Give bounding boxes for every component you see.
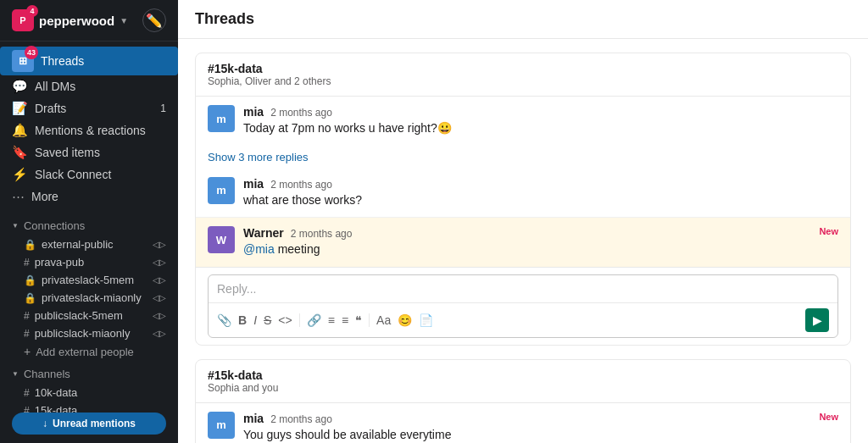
sidebar-item-drafts[interactable]: 📝 Drafts 1 <box>0 97 178 119</box>
workspace-chevron-icon: ▼ <box>120 16 128 25</box>
sidebar-item-slack-connect[interactable]: ⚡ Slack Connect <box>0 163 178 186</box>
ul-icon[interactable]: ≡ <box>342 313 348 327</box>
thread-group-2: #15k-data Sophia and you m mia 2 months … <box>195 359 851 443</box>
connections-triangle-icon: ▼ <box>12 222 19 230</box>
channel-name-15k: 15k-data <box>35 404 78 413</box>
channel-item-privateslack-5mem[interactable]: 🔒 privateslack-5mem ◁▷ <box>0 271 178 289</box>
sidebar-item-mentions[interactable]: 🔔 Mentions & reactions <box>0 119 178 141</box>
workspace-avatar[interactable]: P 4 <box>12 9 34 31</box>
hash-icon-15k: # <box>24 405 30 413</box>
thread-group-1-channel[interactable]: #15k-data <box>208 62 838 75</box>
thread-group-2-participants: Sophia and you <box>208 382 838 394</box>
all-dms-icon: 💬 <box>12 79 28 94</box>
msg-header-2: mia 2 months ago <box>243 177 838 191</box>
channel-arrows-publicslack-miaonly: ◁▷ <box>153 329 166 338</box>
channel-item-10k-data[interactable]: # 10k-data <box>0 384 178 401</box>
sidebar-scroll: ⊞ 43 Threads 💬 All DMs 📝 Drafts 1 🔔 Ment… <box>0 42 178 413</box>
main-header: Threads <box>178 0 868 39</box>
connections-section-label: Connections <box>24 219 85 232</box>
msg-header-3: Warner 2 months ago <box>243 226 838 240</box>
msg-text-4: You guys should be available everytime <box>243 427 838 443</box>
attach-icon[interactable]: 📎 <box>217 313 231 327</box>
channel-name-publicslack-5mem: publicslack-5mem <box>35 309 123 322</box>
compose-button[interactable]: ✏️ <box>142 8 166 32</box>
add-external-people[interactable]: + Add external people <box>0 342 178 361</box>
sidebar-item-all-dms[interactable]: 💬 All DMs <box>0 75 178 97</box>
sidebar-item-more[interactable]: ⋯ More <box>0 186 178 208</box>
channel-item-publicslack-5mem[interactable]: # publicslack-5mem ◁▷ <box>0 307 178 324</box>
msg-content-2: mia 2 months ago what are those works? <box>243 177 838 209</box>
channels-section-header[interactable]: ▼ Channels <box>0 361 178 384</box>
bold-icon[interactable]: B <box>238 313 247 327</box>
channel-name-prava-pub: prava-pub <box>35 256 85 269</box>
file-icon[interactable]: 📄 <box>419 313 433 327</box>
connections-section-header[interactable]: ▼ Connections <box>0 213 178 235</box>
hash-icon: # <box>24 257 30 269</box>
avatar-mia-3: m <box>208 412 235 439</box>
hash-icon-10k: # <box>24 387 30 399</box>
msg-text-3: @mia meeting <box>243 241 838 258</box>
workspace-name: pepperwood <box>39 14 114 28</box>
send-button-1[interactable]: ▶ <box>805 308 829 332</box>
more-icon: ⋯ <box>12 189 25 204</box>
channel-arrows-privateslack-5mem: ◁▷ <box>153 275 166 285</box>
msg-content-1: mia 2 months ago Today at 7pm no works u… <box>243 105 838 137</box>
code-icon[interactable]: <> <box>278 313 292 327</box>
blockquote-icon[interactable]: ❝ <box>355 313 362 327</box>
strikethrough-icon[interactable]: S <box>264 313 271 327</box>
new-label-2: New <box>819 412 838 422</box>
workspace-header-left: P 4 pepperwood ▼ <box>12 9 128 31</box>
thread-group-1-header: #15k-data Sophia, Oliver and 2 others <box>196 53 850 97</box>
unread-mentions-label: Unread mentions <box>53 418 136 429</box>
show-replies-1[interactable]: Show 3 more replies <box>196 146 850 169</box>
channel-item-15k-data[interactable]: # 15k-data <box>0 401 178 413</box>
msg-header-1: mia 2 months ago <box>243 105 838 119</box>
sidebar-item-mentions-label: Mentions & reactions <box>35 124 146 137</box>
sidebar-nav: ⊞ 43 Threads 💬 All DMs 📝 Drafts 1 🔔 Ment… <box>0 42 178 213</box>
ol-icon[interactable]: ≡ <box>328 313 335 327</box>
msg-time-2: 2 months ago <box>270 179 332 191</box>
mention-mia: @mia <box>243 242 275 256</box>
page-title: Threads <box>195 10 254 27</box>
add-icon: + <box>24 345 31 358</box>
link-icon[interactable]: 🔗 <box>307 313 321 327</box>
italic-icon[interactable]: I <box>253 313 257 327</box>
msg-time-3: 2 months ago <box>291 228 353 240</box>
channels-section-label: Channels <box>24 368 70 380</box>
channel-name-external-public: external-public <box>42 238 114 251</box>
sidebar-item-saved[interactable]: 🔖 Saved items <box>0 141 178 163</box>
sidebar-item-slack-connect-label: Slack Connect <box>35 168 111 181</box>
reply-box-1: Reply... 📎 B I S <> 🔗 ≡ ≡ ❝ Aa <box>196 267 850 345</box>
channel-item-external-public[interactable]: 🔒 external-public ◁▷ <box>0 235 178 253</box>
sidebar-item-threads-label: Threads <box>41 54 84 68</box>
sidebar-item-drafts-label: Drafts <box>35 102 66 115</box>
channel-item-privateslack-miaonly[interactable]: 🔒 privateslack-miaonly ◁▷ <box>0 289 178 307</box>
toolbar-sep2 <box>369 313 370 327</box>
lock-icon3: 🔒 <box>24 292 36 304</box>
unread-mentions-button[interactable]: ↓ Unread mentions <box>12 413 166 435</box>
format-icon[interactable]: Aa <box>376 313 391 327</box>
channel-name-privateslack-miaonly: privateslack-miaonly <box>42 291 142 304</box>
lock-icon: 🔒 <box>24 239 36 251</box>
msg-time-4: 2 months ago <box>270 413 332 425</box>
channel-arrows-external-public: ◁▷ <box>153 240 166 249</box>
thread-group-2-channel[interactable]: #15k-data <box>208 368 838 382</box>
thread-group-1-participants: Sophia, Oliver and 2 others <box>208 75 838 87</box>
sidebar-item-more-label: More <box>31 190 58 203</box>
channel-arrows-privateslack-miaonly: ◁▷ <box>153 293 166 302</box>
thread-message-3: W Warner 2 months ago @mia meeting New <box>196 217 850 267</box>
reply-toolbar-1: 📎 B I S <> 🔗 ≡ ≡ ❝ Aa 😊 📄 <box>209 302 837 337</box>
channel-item-prava-pub[interactable]: # prava-pub ◁▷ <box>0 253 178 271</box>
emoji-icon[interactable]: 😊 <box>398 313 412 327</box>
sidebar: P 4 pepperwood ▼ ✏️ ⊞ 43 Threads 💬 All D… <box>0 0 178 443</box>
slack-connect-icon: ⚡ <box>12 167 28 182</box>
threads-badge: 43 <box>25 46 38 59</box>
threads-list: #15k-data Sophia, Oliver and 2 others m … <box>178 39 868 443</box>
channel-item-publicslack-miaonly[interactable]: # publicslack-miaonly ◁▷ <box>0 324 178 342</box>
reply-placeholder-1[interactable]: Reply... <box>209 275 837 302</box>
drafts-icon: 📝 <box>12 101 28 116</box>
sidebar-item-threads[interactable]: ⊞ 43 Threads <box>0 47 178 75</box>
add-external-label: Add external people <box>36 346 134 358</box>
saved-icon: 🔖 <box>12 145 28 160</box>
msg-username-4: mia <box>243 412 264 425</box>
